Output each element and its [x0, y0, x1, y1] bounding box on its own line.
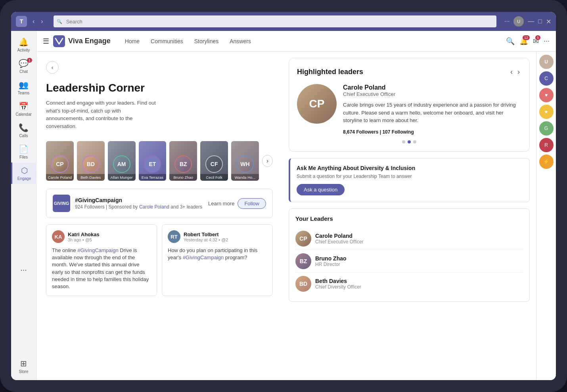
nav-answers[interactable]: Answers [225, 36, 256, 47]
card-next-button[interactable]: › [516, 66, 521, 78]
sidebar-more-button[interactable]: ··· [11, 262, 36, 277]
featured-info: Carole Poland Chief Executive Officer Ca… [343, 84, 521, 135]
your-leader-name-0: Carole Poland [315, 233, 364, 239]
learn-more-button[interactable]: Learn more [208, 201, 234, 207]
your-leader-info-0: Carole Poland Chief Executive Officer [315, 233, 364, 245]
allan-name-label: Allan Munger [109, 175, 135, 180]
post-link-0[interactable]: #GivingCampaign [77, 247, 118, 253]
right-icons-panel: U C ♥ ★ G [536, 52, 556, 380]
dot-1 [408, 140, 411, 143]
leader-card-beth[interactable]: BD Beth Davies [77, 141, 105, 181]
minimize-button[interactable]: — [528, 18, 534, 25]
maximize-button[interactable]: □ [538, 18, 542, 25]
leaders-next-button[interactable]: › [262, 155, 273, 167]
carole-name-overlay: Carole Poland [46, 174, 74, 181]
nav-storylines[interactable]: Storylines [190, 36, 223, 47]
featured-name: Carole Poland [343, 84, 521, 91]
nav-communities[interactable]: Communities [146, 36, 188, 47]
post-meta-0: 3h ago • @5 [68, 237, 100, 242]
your-leader-1[interactable]: BZ Bruno Zhao HR Director [295, 250, 523, 273]
campaign-title: #GivingCampaign [75, 197, 203, 203]
allan-avatar-ring: AM [113, 155, 130, 173]
sponsor-link[interactable]: Carole Poland [139, 204, 169, 210]
hamburger-button[interactable]: ☰ [43, 37, 49, 46]
ri-icon-5[interactable]: R [539, 138, 554, 152]
title-bar-right: ··· U — □ ✕ [504, 16, 551, 27]
beth-name-overlay: Beth Davies [77, 174, 105, 181]
your-leader-0[interactable]: CP Carole Poland Chief Executive Officer [295, 228, 523, 250]
leader-card-wanda[interactable]: WH Wanda Ho... [231, 141, 259, 181]
sidebar-item-files[interactable]: 📄 Files [11, 141, 36, 163]
more-options-button[interactable]: ··· [504, 18, 510, 25]
campaign-actions: Learn more Follow [208, 198, 266, 209]
ri-icon-4[interactable]: G [539, 121, 554, 136]
follow-button[interactable]: Follow [238, 198, 266, 209]
post-card-1: RT Robert Tolbert Yesterday at 4:32 • @2 [162, 224, 273, 296]
post-header-0: KA Katri Ahokas 3h ago • @5 [52, 230, 151, 243]
user-avatar: U [513, 16, 524, 27]
featured-bio: Carole brings over 15 years of industry … [343, 101, 521, 124]
ri-icon-1[interactable]: C [539, 71, 554, 86]
ri-avatar-2: ♥ [545, 92, 548, 98]
app-more-button[interactable]: ··· [544, 37, 550, 45]
your-leader-2[interactable]: BD Beth Davies Chief Diversity Officer [295, 273, 523, 295]
ri-icon-2[interactable]: ♥ [539, 88, 554, 102]
leader-card-carole[interactable]: CP Carole Poland [46, 141, 74, 181]
post-avatar-0: KA [52, 230, 65, 243]
nav-arrows: ‹ › [30, 16, 46, 27]
post-time-0: 3h ago [68, 237, 81, 242]
sidebar-item-activity[interactable]: 🔔 Activity [11, 34, 36, 55]
forward-nav-button[interactable]: › [38, 16, 45, 27]
messages-button[interactable]: ✉5 [533, 37, 539, 46]
card-dots [297, 140, 521, 143]
nav-home[interactable]: Home [120, 36, 144, 47]
highlighted-leaders-card: Highlighted leaders ‹ › CP Carole Poland [289, 58, 530, 152]
ri-icon-6[interactable]: ⚡ [539, 155, 554, 169]
leader-card-allan[interactable]: AM Allan Munger [108, 141, 136, 181]
ri-avatar-6: ⚡ [543, 159, 549, 164]
post-header-1: RT Robert Tolbert Yesterday at 4:32 • @2 [168, 230, 267, 243]
following-number: 107 [382, 129, 390, 135]
app-header-right: 🔍 🔔12 ✉5 ··· [506, 37, 550, 46]
search-bar [54, 15, 496, 27]
sidebar-item-engage[interactable]: ⬡ Engage [11, 163, 36, 184]
close-button[interactable]: ✕ [546, 18, 551, 25]
teams-icon: 👥 [19, 80, 29, 90]
search-icon-button[interactable]: 🔍 [506, 37, 515, 46]
search-input[interactable] [54, 15, 496, 27]
cecil-avatar-inner: CF [206, 156, 222, 172]
sidebar-item-calendar[interactable]: 📅 Calendar [11, 98, 36, 120]
sidebar-chat-label: Chat [19, 69, 28, 74]
teams-logo-icon: T [16, 16, 27, 27]
notifications-button[interactable]: 🔔12 [519, 37, 528, 46]
leader-card-bruno[interactable]: BZ Bruno Zhao [169, 141, 197, 181]
calls-icon: 📞 [19, 123, 29, 132]
ask-title: Ask Me Anything About Diversity & Inclus… [297, 165, 523, 171]
leader-card-cecil[interactable]: CF Cecil Folk [200, 141, 228, 181]
notifications-badge: 12 [523, 35, 530, 40]
back-button[interactable]: ‹ [46, 61, 59, 74]
ask-question-button[interactable]: Ask a question [297, 184, 345, 195]
cecil-avatar-ring: CF [205, 155, 223, 173]
post-sep-0: • [82, 237, 85, 242]
sidebar-store-label: Store [19, 369, 29, 374]
ri-icon-0[interactable]: U [539, 55, 554, 69]
sidebar-item-store[interactable]: ⊞ Store [11, 356, 36, 377]
ask-card: Ask Me Anything About Diversity & Inclus… [289, 158, 530, 202]
leader-card-eva[interactable]: ET Eva Terrazas [139, 141, 167, 181]
screen: T ‹ › ··· U — □ ✕ [11, 12, 556, 380]
bruno-avatar-inner: BZ [175, 156, 191, 172]
bruno-name-label: Bruno Zhao [170, 175, 196, 180]
wanda-name-overlay: Wanda Ho... [231, 174, 259, 181]
allan-name-overlay: Allan Munger [108, 174, 136, 181]
beth-avatar-inner: BD [83, 156, 99, 172]
card-prev-button[interactable]: ‹ [509, 66, 514, 78]
ask-description: Submit a question for your Leadership Te… [297, 174, 523, 179]
sidebar-item-chat[interactable]: 1 💬 Chat [11, 55, 36, 77]
post-link-1[interactable]: #GivingCampaign [183, 254, 224, 260]
your-leader-avatar-0: CP [295, 231, 311, 247]
sidebar-item-teams[interactable]: 👥 Teams [11, 77, 36, 98]
sidebar-item-calls[interactable]: 📞 Calls [11, 120, 36, 141]
back-nav-button[interactable]: ‹ [30, 16, 37, 27]
ri-icon-3[interactable]: ★ [539, 105, 554, 119]
